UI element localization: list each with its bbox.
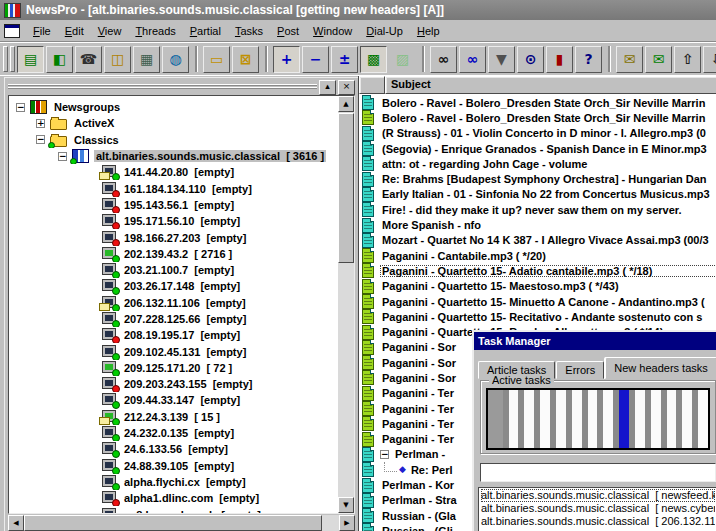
scroll-up-icon[interactable]: ▲ [338,96,354,112]
new-folder-button[interactable]: ▭ [203,46,230,73]
toolbar-grip[interactable] [3,46,8,72]
subject-row[interactable]: Paganini - Quartetto 15- Adatio cantabil… [359,263,716,278]
web-search-button[interactable]: ◍ [162,46,189,73]
subject-row[interactable]: (Segovia) - Enrique Granados - Spanish D… [359,141,716,156]
menu-file[interactable]: File [26,23,58,39]
tree-item[interactable]: 202.139.43.2 [ 2716 ] [10,246,337,262]
subject-row[interactable]: Fire! - did they make it up? never saw t… [359,202,716,217]
menu-help[interactable]: Help [410,23,447,39]
inbox-button[interactable]: ⇩ [703,46,716,73]
tree-item[interactable]: 212.24.3.139 [ 15 ] [10,409,337,425]
tree-item[interactable]: 203.21.100.7 [empty] [10,262,337,278]
tab-errors[interactable]: Errors [556,361,604,379]
tab-new-headers-tasks[interactable]: New headers tasks [605,357,716,379]
tree-item[interactable]: ax8.hep.ucl.ac.uk [empty] [10,506,337,513]
title-bar[interactable]: NewsPro - [alt.binaries.sounds.music.cla… [0,0,716,20]
find-button[interactable]: ∞ [430,46,457,73]
collapse-thread-button[interactable]: − [302,46,329,73]
subject-row[interactable]: Paganini - Quartetto 15- Minuetto A Cano… [359,294,716,309]
menu-partial[interactable]: Partial [183,23,228,39]
menu-post[interactable]: Post [270,23,306,39]
scroll-down-icon[interactable]: ▼ [338,497,354,513]
tree-item[interactable]: 24.6.133.56 [empty] [10,441,337,457]
subject-row[interactable]: Paganini - Quartetto 15- Recitativo - An… [359,309,716,324]
tree-item[interactable]: 208.19.195.17 [empty] [10,327,337,343]
article-query-button[interactable]: ? [575,46,602,73]
tree-item[interactable]: 141.44.20.80 [empty] [10,164,337,180]
menu-threads[interactable]: Threads [128,23,182,39]
tree-item[interactable]: −Newsgroups [10,99,337,115]
subject-row[interactable]: Bolero - Ravel - Bolero_Dresden State Or… [359,110,716,125]
address-book-button[interactable]: ▮ [546,46,573,73]
subject-row[interactable]: Re: Brahms [Budapest Symphony Orchestra]… [359,171,716,186]
disconnect-button[interactable]: ☎ [75,46,102,73]
reply-mail-button[interactable]: ✉ [645,46,672,73]
tree-horizontal-scrollbar[interactable]: ◀ ▶ [8,515,355,531]
tree-item[interactable]: 203.26.17.148 [empty] [10,278,337,294]
expand-thread-button[interactable]: + [273,46,300,73]
subject-row[interactable]: Mozart - Quartet No 14 K 387 - I Allegro… [359,233,716,248]
toggle-newsgroups-button[interactable]: ▤ [17,46,44,73]
panel-drag-handle[interactable] [8,84,317,90]
menu-tasks[interactable]: Tasks [228,23,270,39]
tree-item[interactable]: −Classics [10,132,337,148]
subject-row[interactable]: Paganini - Cantabile.mp3 ( */20) [359,248,716,263]
expand-toggle[interactable]: + [36,119,45,128]
expand-toggle[interactable]: − [380,450,389,459]
tree-item[interactable]: 195.143.56.1 [empty] [10,197,337,213]
menu-edit[interactable]: Edit [58,23,91,39]
search-articles-button[interactable]: ⊙ [517,46,544,73]
scrollbar-track[interactable] [322,515,339,531]
tree-item[interactable]: alpha1.dlinc.com [empty] [10,490,337,506]
tree-item[interactable]: 24.88.39.105 [empty] [10,458,337,474]
tree-vertical-scrollbar[interactable]: ▲ ▼ [338,96,354,513]
subject-row[interactable]: Paganini - Quartetto 15- Maestoso.mp3 ( … [359,279,716,294]
menu-dial-up[interactable]: Dial-Up [359,23,410,39]
scroll-left-icon[interactable]: ◀ [8,515,24,531]
expand-all-threads-button[interactable]: ± [331,46,358,73]
get-new-headers-button[interactable]: ▩ [360,46,387,73]
filter-button[interactable]: ▼ [488,46,515,73]
task-queue-list[interactable]: alt.binaries.sounds.music.classical [ ne… [478,487,716,531]
expand-toggle[interactable]: − [58,152,67,161]
connect-button[interactable]: ◧ [46,46,73,73]
menu-window[interactable]: Window [306,23,359,39]
queue-item[interactable]: alt.binaries.sounds.music.classical [ ne… [481,502,715,515]
panel-minimize-button[interactable]: ▴ [319,80,336,95]
task-manager-title-bar[interactable]: Task Manager [474,332,716,350]
tree-item[interactable]: −alt.binaries.sounds.music.classical [ 3… [10,148,337,164]
tree-item[interactable]: +ActiveX [10,115,337,131]
tree-item[interactable]: 209.125.171.20 [ 72 ] [10,360,337,376]
scroll-right-icon[interactable]: ▶ [339,515,355,531]
scrollbar-thumb[interactable] [24,515,322,531]
subject-row[interactable]: (R Strauss) - 01 - Violin Concerto in D … [359,126,716,141]
new-mail-button[interactable]: ✉ [616,46,643,73]
tree-item[interactable]: alpha.flychi.cx [empty] [10,474,337,490]
subject-row[interactable]: Early Italian - 01 - Sinfonia No 22 from… [359,187,716,202]
tree-item[interactable]: 209.203.243.155 [empty] [10,376,337,392]
tree-item[interactable]: 207.228.125.66 [empty] [10,311,337,327]
icon-column-header[interactable] [359,76,385,94]
subject-column-header[interactable]: Subject [385,76,716,94]
tree-item[interactable]: 209.102.45.131 [empty] [10,343,337,359]
delete-folder-button[interactable]: ⊠ [232,46,259,73]
subject-row[interactable]: More Spanish - nfo [359,217,716,232]
expand-toggle[interactable]: − [16,103,25,112]
toolbar-grip[interactable] [10,46,15,72]
tree-item[interactable]: 206.132.11.106 [empty] [10,295,337,311]
decode-computer-button[interactable]: ▦ [133,46,160,73]
open-book-button[interactable]: ◫ [104,46,131,73]
expand-toggle[interactable]: − [36,135,45,144]
queue-item[interactable]: alt.binaries.sounds.music.classical [ 20… [481,515,715,528]
queue-item[interactable]: alt.binaries.sounds.music.classical [ ne… [481,489,715,502]
subject-row[interactable]: attn: ot - regarding John Cage - volume [359,156,716,171]
subject-row[interactable]: Bolero - Ravel - Bolero_Dresden State Or… [359,95,716,110]
find-binaries-button[interactable]: ∞ [459,46,486,73]
document-window-icon[interactable] [4,24,20,38]
tree-item[interactable]: 195.171.56.10 [empty] [10,213,337,229]
tree-item[interactable]: 24.232.0.135 [empty] [10,425,337,441]
panel-close-button[interactable]: × [338,80,355,95]
tree-item[interactable]: 161.184.134.110 [empty] [10,180,337,196]
scrollbar-thumb[interactable] [338,113,354,263]
tree-item[interactable]: 198.166.27.203 [empty] [10,229,337,245]
